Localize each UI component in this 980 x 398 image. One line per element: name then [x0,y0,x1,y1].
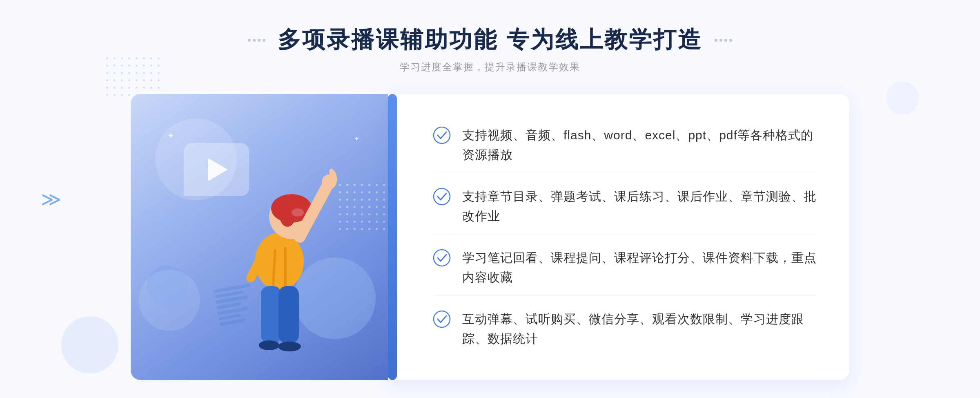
svg-rect-7 [278,286,299,343]
svg-point-14 [292,208,304,217]
svg-point-18 [434,311,450,327]
check-icon-3 [433,249,451,267]
check-icon-2 [433,188,451,206]
decorator-dots-right [715,39,732,42]
feature-item-4: 互动弹幕、试听购买、微信分享、观看次数限制、学习进度跟踪、数据统计 [433,301,817,357]
svg-point-15 [434,127,450,143]
header-decorators: 多项录播课辅助功能 专为线上教学打造 [248,25,732,56]
check-icon-4 [433,310,451,328]
subtitle: 学习进度全掌握，提升录播课教学效果 [248,60,732,74]
dot-pattern-top-left [106,57,162,98]
feature-item-2: 支持章节目录、弹题考试、课后练习、课后作业、章节测验、批改作业 [433,179,817,235]
svg-point-8 [259,340,279,350]
page-container: ≫ 多项录播课辅助功能 专为线上教学打造 学习进度全掌握，提升录播课教学效果 [0,0,980,398]
feature-text-2: 支持章节目录、弹题考试、课后练习、课后作业、章节测验、批改作业 [462,187,817,226]
feature-item-1: 支持视频、音频、flash、word、excel、ppt、pdf等各种格式的资源… [433,117,817,173]
header-section: 多项录播课辅助功能 专为线上教学打造 学习进度全掌握，提升录播课教学效果 [248,0,732,74]
person-illustration [210,151,349,380]
content-panel: 支持视频、音频、flash、word、excel、ppt、pdf等各种格式的资源… [388,94,849,380]
chevron-left-deco: ≫ [41,188,61,210]
svg-point-17 [434,250,450,266]
svg-rect-6 [261,286,281,343]
feature-text-1: 支持视频、音频、flash、word、excel、ppt、pdf等各种格式的资源… [462,125,817,165]
bg-circle-2 [886,82,919,114]
feature-item-3: 学习笔记回看、课程提问、课程评论打分、课件资料下载，重点内容收藏 [433,240,817,296]
check-icon-1 [433,126,451,144]
svg-point-9 [278,342,301,351]
content-area: ✦ ✦ 《 [131,94,849,380]
side-blue-bar [388,94,397,380]
feature-text-3: 学习笔记回看、课程提问、课程评论打分、课件资料下载，重点内容收藏 [462,248,817,287]
bg-circle-1 [61,316,118,373]
illustration-card: ✦ ✦ 《 [131,94,400,380]
feature-text-4: 互动弹幕、试听购买、微信分享、观看次数限制、学习进度跟踪、数据统计 [462,309,817,349]
sparkle-1: ✦ [167,131,174,141]
main-title: 多项录播课辅助功能 专为线上教学打造 [278,25,702,56]
decorator-dots-left [248,39,265,42]
sparkle-2: ✦ [354,135,359,143]
deco-circle-1 [147,266,188,306]
svg-point-16 [434,188,450,205]
